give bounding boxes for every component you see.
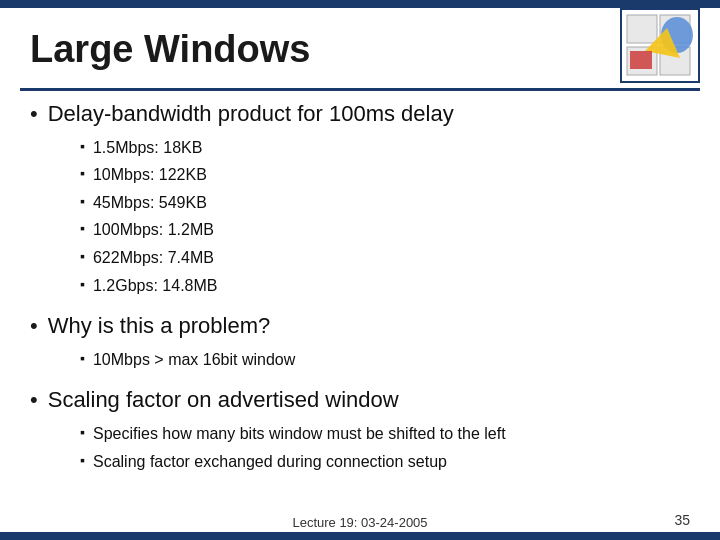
bullet-dot-1: • xyxy=(30,101,38,127)
main-bullet-2: • Why is this a problem? xyxy=(30,312,690,341)
slide: Large Windows • Delay-bandwidth product … xyxy=(0,0,720,540)
top-accent-bar xyxy=(0,0,720,8)
main-bullet-1: • Delay-bandwidth product for 100ms dela… xyxy=(30,100,690,129)
sub-bullet-1-4: ▪ 100Mbps: 1.2MB xyxy=(80,217,690,243)
page-number: 35 xyxy=(674,512,690,528)
sub-text-1-1: 1.5Mbps: 18KB xyxy=(93,135,202,161)
sub-dot-1-5: ▪ xyxy=(80,245,85,267)
main-bullet-text-2: Why is this a problem? xyxy=(48,312,271,341)
slide-title: Large Windows xyxy=(30,28,690,71)
title-section: Large Windows xyxy=(30,18,690,71)
lecture-label: Lecture 19: 03-24-2005 xyxy=(292,515,427,530)
title-rule xyxy=(20,88,700,91)
sub-text-1-5: 622Mbps: 7.4MB xyxy=(93,245,214,271)
sub-bullet-1-1: ▪ 1.5Mbps: 18KB xyxy=(80,135,690,161)
main-bullet-text-3: Scaling factor on advertised window xyxy=(48,386,399,415)
sub-text-1-4: 100Mbps: 1.2MB xyxy=(93,217,214,243)
slide-footer: Lecture 19: 03-24-2005 xyxy=(0,515,720,530)
sub-bullet-3-2: ▪ Scaling factor exchanged during connec… xyxy=(80,449,690,475)
sub-text-1-6: 1.2Gbps: 14.8MB xyxy=(93,273,218,299)
bullet-dot-2: • xyxy=(30,313,38,339)
sub-dot-1-1: ▪ xyxy=(80,135,85,157)
slide-content: • Delay-bandwidth product for 100ms dela… xyxy=(30,100,690,500)
sub-bullets-3: ▪ Specifies how many bits window must be… xyxy=(80,421,690,474)
bullet-dot-3: • xyxy=(30,387,38,413)
sub-bullet-1-5: ▪ 622Mbps: 7.4MB xyxy=(80,245,690,271)
bottom-accent-bar xyxy=(0,532,720,540)
sub-dot-1-2: ▪ xyxy=(80,162,85,184)
sub-bullet-2-1: ▪ 10Mbps > max 16bit window xyxy=(80,347,690,373)
sub-text-3-1: Specifies how many bits window must be s… xyxy=(93,421,506,447)
section-2: • Why is this a problem? ▪ 10Mbps > max … xyxy=(30,312,690,372)
sub-dot-2-1: ▪ xyxy=(80,347,85,369)
main-bullet-text-1: Delay-bandwidth product for 100ms delay xyxy=(48,100,454,129)
sub-text-1-2: 10Mbps: 122KB xyxy=(93,162,207,188)
section-1: • Delay-bandwidth product for 100ms dela… xyxy=(30,100,690,298)
sub-dot-1-4: ▪ xyxy=(80,217,85,239)
main-bullet-3: • Scaling factor on advertised window xyxy=(30,386,690,415)
section-3: • Scaling factor on advertised window ▪ … xyxy=(30,386,690,474)
sub-bullet-1-6: ▪ 1.2Gbps: 14.8MB xyxy=(80,273,690,299)
slide-header: Large Windows xyxy=(0,8,720,98)
sub-dot-1-3: ▪ xyxy=(80,190,85,212)
sub-text-2-1: 10Mbps > max 16bit window xyxy=(93,347,295,373)
sub-bullets-2: ▪ 10Mbps > max 16bit window xyxy=(80,347,690,373)
sub-bullet-1-3: ▪ 45Mbps: 549KB xyxy=(80,190,690,216)
sub-bullet-1-2: ▪ 10Mbps: 122KB xyxy=(80,162,690,188)
sub-text-1-3: 45Mbps: 549KB xyxy=(93,190,207,216)
sub-dot-3-1: ▪ xyxy=(80,421,85,443)
sub-bullet-3-1: ▪ Specifies how many bits window must be… xyxy=(80,421,690,447)
sub-text-3-2: Scaling factor exchanged during connecti… xyxy=(93,449,447,475)
sub-dot-3-2: ▪ xyxy=(80,449,85,471)
sub-dot-1-6: ▪ xyxy=(80,273,85,295)
sub-bullets-1: ▪ 1.5Mbps: 18KB ▪ 10Mbps: 122KB ▪ 45Mbps… xyxy=(80,135,690,299)
